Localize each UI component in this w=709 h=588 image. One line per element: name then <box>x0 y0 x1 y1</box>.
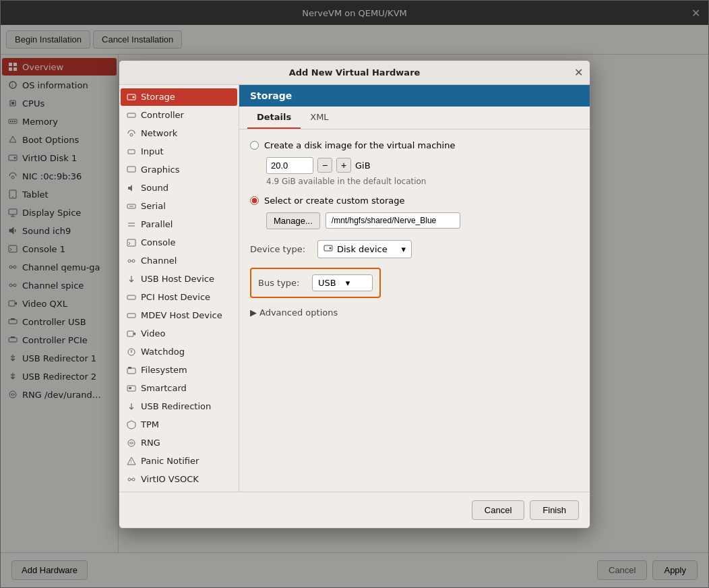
disk-size-input[interactable] <box>266 157 313 174</box>
tab-details[interactable]: Details <box>247 107 301 129</box>
disk-device-icon <box>323 243 333 255</box>
panic-icon: ! <box>126 456 137 467</box>
manage-button[interactable]: Manage... <box>266 212 320 229</box>
modal-finish-button[interactable]: Finish <box>530 500 579 520</box>
disk-minus-button[interactable]: − <box>317 158 332 173</box>
disk-unit: GiB <box>355 160 371 171</box>
hw-item-tpm[interactable]: TPM <box>121 416 237 434</box>
custom-storage-radio[interactable] <box>250 196 259 205</box>
svg-point-42 <box>130 134 133 136</box>
svg-rect-55 <box>127 314 135 318</box>
hw-label-storage: Storage <box>141 92 175 102</box>
bus-type-value: USB <box>318 278 336 288</box>
hw-item-panic-notifier[interactable]: ! Panic Notifier <box>121 452 237 470</box>
hw-label-controller: Controller <box>141 110 184 120</box>
disk-plus-button[interactable]: + <box>336 158 351 173</box>
svg-point-69 <box>330 247 332 249</box>
device-type-chevron: ▾ <box>401 244 406 254</box>
create-disk-label: Create a disk image for the virtual mach… <box>264 140 455 150</box>
hw-label-filesystem: Filesystem <box>141 365 187 375</box>
hw-label-channel: Channel <box>141 256 177 266</box>
manage-row: Manage... <box>266 212 579 229</box>
sound-hw-icon <box>126 183 137 194</box>
video-hw-icon <box>126 328 137 339</box>
modal-overlay: Add New Virtual Hardware ✕ Storage Co <box>0 0 709 588</box>
hw-item-parallel[interactable]: Parallel <box>121 216 237 233</box>
hw-label-network: Network <box>141 128 177 138</box>
svg-rect-56 <box>127 331 133 336</box>
svg-rect-41 <box>127 113 135 117</box>
modal-footer: Cancel Finish <box>119 492 590 528</box>
watchdog-icon <box>126 347 137 357</box>
hw-label-tpm: TPM <box>141 419 159 430</box>
hw-item-virtio-vsock[interactable]: VirtIO VSOCK <box>121 471 237 488</box>
hw-label-usb-host: USB Host Device <box>141 274 214 284</box>
hw-item-pci-host[interactable]: PCI Host Device <box>121 289 237 306</box>
hw-label-smartcard: Smartcard <box>141 383 187 393</box>
hw-item-input[interactable]: Input <box>121 143 237 160</box>
smartcard-icon <box>126 383 137 394</box>
input-icon <box>126 146 137 157</box>
advanced-options-label: Advanced options <box>259 307 338 318</box>
hw-item-watchdog[interactable]: Watchdog <box>121 343 237 361</box>
console-hw-icon <box>126 237 137 248</box>
channel-hw-icon <box>126 256 137 266</box>
create-disk-radio[interactable] <box>250 141 259 150</box>
device-type-select[interactable]: Disk device ▾ <box>317 240 412 258</box>
hw-item-console[interactable]: Console <box>121 234 237 252</box>
hw-item-mdev-host[interactable]: MDEV Host Device <box>121 307 237 324</box>
device-type-label: Device type: <box>250 244 311 254</box>
pci-host-icon <box>126 292 137 303</box>
storage-path-input[interactable] <box>326 212 460 229</box>
hw-item-usb-redir[interactable]: USB Redirection <box>121 398 237 415</box>
hw-label-parallel: Parallel <box>141 219 173 229</box>
hw-label-console: Console <box>141 237 176 247</box>
storage-icon <box>126 92 137 102</box>
hw-item-channel[interactable]: Channel <box>121 252 237 270</box>
hw-label-pci-host: PCI Host Device <box>141 292 210 302</box>
bus-type-select[interactable]: USB ▾ <box>312 274 373 291</box>
hardware-list: Storage Controller Network <box>119 85 239 492</box>
detail-content: Create a disk image for the virtual mach… <box>239 129 590 492</box>
filesystem-icon <box>126 365 137 376</box>
tab-xml[interactable]: XML <box>301 107 338 129</box>
network-icon <box>126 128 137 139</box>
advanced-options-row[interactable]: ▶ Advanced options <box>250 307 579 318</box>
disk-size-row: − + GiB <box>266 157 579 174</box>
hw-item-sound[interactable]: Sound <box>121 179 237 197</box>
hw-item-video[interactable]: Video <box>121 325 237 343</box>
hw-item-filesystem[interactable]: Filesystem <box>121 361 237 379</box>
add-hardware-modal: Add New Virtual Hardware ✕ Storage Co <box>119 60 590 529</box>
hw-label-vsock: VirtIO VSOCK <box>141 474 199 484</box>
device-type-value: Disk device <box>337 244 388 254</box>
hw-item-rng[interactable]: RNG <box>121 434 237 452</box>
svg-marker-45 <box>128 185 132 192</box>
bus-type-chevron: ▾ <box>346 278 350 288</box>
hw-item-graphics[interactable]: Graphics <box>121 161 237 179</box>
modal-title: Add New Virtual Hardware <box>289 67 421 78</box>
hw-item-smartcard[interactable]: Smartcard <box>121 380 237 397</box>
hw-item-serial[interactable]: Serial <box>121 198 237 215</box>
custom-storage-radio-row: Select or create custom storage <box>250 196 579 206</box>
hw-item-controller[interactable]: Controller <box>121 107 237 124</box>
hw-label-sound: Sound <box>141 183 168 193</box>
hw-item-usb-host[interactable]: USB Host Device <box>121 270 237 288</box>
disk-available: 4.9 GiB available in the default locatio… <box>266 177 579 186</box>
hw-item-network[interactable]: Network <box>121 125 237 142</box>
detail-tabs: Details XML <box>239 107 590 129</box>
bus-type-label: Bus type: <box>258 278 305 288</box>
modal-cancel-button[interactable]: Cancel <box>472 500 524 520</box>
svg-point-65 <box>128 478 131 481</box>
hw-item-storage[interactable]: Storage <box>121 88 237 106</box>
hw-label-rng: RNG <box>141 438 160 448</box>
svg-rect-43 <box>128 150 135 154</box>
hw-label-usb-redir: USB Redirection <box>141 401 211 411</box>
svg-point-51 <box>128 260 131 262</box>
parallel-icon <box>126 219 137 230</box>
hw-label-watchdog: Watchdog <box>141 347 185 357</box>
vsock-icon <box>126 474 137 485</box>
svg-text:!: ! <box>130 459 132 465</box>
rng-hw-icon <box>126 438 137 448</box>
modal-close-button[interactable]: ✕ <box>574 66 583 79</box>
svg-point-52 <box>132 260 135 262</box>
